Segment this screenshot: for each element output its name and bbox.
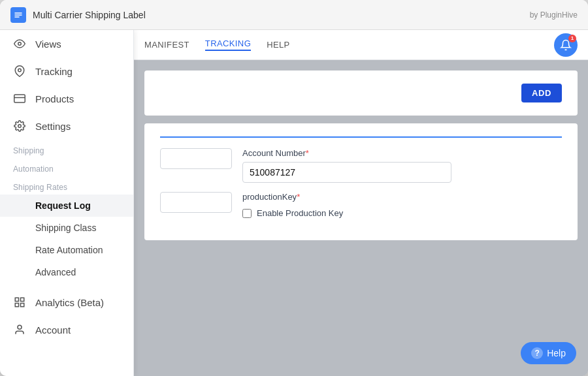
- svg-rect-8: [21, 304, 24, 307]
- help-button[interactable]: ? Help: [521, 342, 576, 364]
- small-input-field2[interactable]: [160, 192, 232, 213]
- sidebar-section-shipping-rates: Shipping Rates: [0, 176, 133, 195]
- form-group-production-key: productionKey* Enable Production Key: [242, 192, 343, 218]
- svg-rect-6: [15, 298, 18, 301]
- svg-rect-3: [14, 95, 25, 102]
- person-icon: [13, 323, 26, 336]
- help-button-label: Help: [547, 348, 566, 358]
- enable-production-key-label: Enable Production Key: [257, 208, 343, 218]
- sidebar-item-analytics-label: Analytics (Beta): [35, 297, 104, 308]
- sidebar-item-products-label: Products: [35, 93, 74, 104]
- title-bar: Multi Carrier Shipping Label by PluginHi…: [0, 0, 588, 30]
- nav-help[interactable]: HELP: [267, 40, 290, 50]
- sidebar-item-account-label: Account: [35, 324, 71, 336]
- sidebar-item-account[interactable]: Account: [0, 316, 133, 343]
- add-button[interactable]: ADD: [521, 84, 562, 102]
- svg-point-1: [18, 42, 22, 46]
- title-bar-left: Multi Carrier Shipping Label: [10, 7, 146, 23]
- nav-manifest[interactable]: MANIFEST: [144, 40, 189, 50]
- sidebar-item-advanced[interactable]: Advanced: [0, 261, 133, 283]
- navbar-links: MANIFEST TRACKING HELP: [144, 39, 290, 51]
- sidebar-item-analytics[interactable]: Analytics (Beta): [0, 289, 133, 316]
- help-icon: ?: [531, 347, 543, 359]
- svg-rect-9: [15, 304, 18, 307]
- enable-production-key-checkbox[interactable]: [242, 209, 252, 218]
- page-navbar: MANIFEST TRACKING HELP 1: [134, 30, 588, 60]
- form-card: Account Number* productionKey*: [144, 123, 578, 240]
- sidebar-item-rate-automation[interactable]: Rate Automation: [0, 239, 133, 261]
- form-row-production-key: productionKey* Enable Production Key: [160, 192, 562, 218]
- sidebar-section-shipping: Shipping: [0, 140, 133, 158]
- top-bar-card: ADD: [144, 70, 578, 116]
- notification-bell[interactable]: 1: [554, 33, 578, 57]
- sidebar-item-settings[interactable]: Settings: [0, 112, 133, 140]
- gear-icon: [13, 119, 26, 133]
- sidebar-item-tracking[interactable]: Tracking: [0, 57, 133, 85]
- chart-icon: [13, 296, 26, 309]
- sidebar-item-settings-label: Settings: [35, 121, 71, 132]
- form-divider: [160, 136, 562, 138]
- main-content: Views Tracking Products: [0, 30, 588, 376]
- form-row-account: Account Number*: [160, 148, 562, 183]
- form-group-small2: [160, 192, 232, 213]
- nav-tracking[interactable]: TRACKING: [205, 39, 251, 51]
- sidebar-item-request-log[interactable]: Request Log: [0, 195, 133, 217]
- app-window: Multi Carrier Shipping Label by PluginHi…: [0, 0, 588, 376]
- required-marker2: *: [297, 192, 300, 202]
- sidebar-item-products[interactable]: Products: [0, 85, 133, 112]
- account-number-input[interactable]: [242, 162, 451, 183]
- svg-point-2: [18, 69, 22, 72]
- location-icon: [13, 65, 26, 78]
- eye-icon: [13, 37, 26, 50]
- sidebar-section-automation: Automation: [0, 158, 133, 176]
- svg-point-10: [18, 325, 22, 329]
- svg-point-5: [18, 125, 22, 128]
- navbar-right: 1: [554, 33, 578, 57]
- form-group-account: Account Number*: [242, 148, 451, 183]
- page-body: ADD Account Number*: [134, 60, 588, 376]
- app-logo: [10, 7, 26, 23]
- card-icon: [13, 92, 26, 105]
- svg-rect-7: [21, 298, 24, 301]
- form-group-small: [160, 148, 232, 169]
- production-key-label: productionKey*: [242, 192, 343, 202]
- sidebar: Views Tracking Products: [0, 30, 134, 376]
- sidebar-item-shipping-class[interactable]: Shipping Class: [0, 217, 133, 239]
- account-number-label: Account Number*: [242, 148, 451, 158]
- sidebar-item-views-label: Views: [35, 39, 61, 50]
- required-marker: *: [306, 148, 309, 158]
- app-title: Multi Carrier Shipping Label: [33, 10, 146, 20]
- sidebar-item-views[interactable]: Views: [0, 30, 133, 57]
- small-input-field[interactable]: [160, 148, 232, 169]
- sidebar-item-tracking-label: Tracking: [35, 66, 73, 77]
- notification-badge: 1: [568, 35, 576, 42]
- page-area: MANIFEST TRACKING HELP 1: [134, 30, 588, 376]
- enable-production-key-row: Enable Production Key: [242, 208, 343, 218]
- title-bar-byline: by PluginHive: [530, 10, 578, 20]
